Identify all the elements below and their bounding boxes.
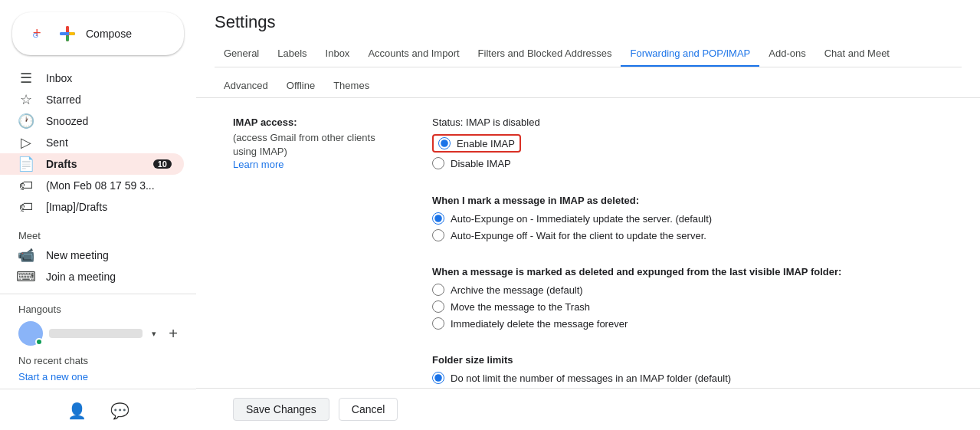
tab-labels[interactable]: Labels [268, 41, 316, 67]
folder-size-label-spacer [233, 354, 402, 388]
send-icon: ▷ [18, 135, 34, 150]
dropdown-arrow-icon[interactable]: ▾ [152, 329, 156, 339]
disable-imap-label: Disable IMAP [451, 158, 511, 169]
snoozed-label: Snoozed [46, 115, 172, 127]
imap-radio-group: Enable IMAP Disable IMAP [432, 134, 943, 169]
deleted-radio-group: Auto-Expunge on - Immediately update the… [432, 212, 943, 241]
sidebar-item-inbox[interactable]: ☰ Inbox [0, 67, 184, 89]
disable-imap-radio[interactable] [432, 157, 444, 169]
drafts-label: Drafts [46, 158, 141, 170]
enable-imap-label: Enable IMAP [457, 138, 515, 149]
archive-radio[interactable] [432, 284, 444, 296]
tab-forwarding[interactable]: Forwarding and POP/IMAP [621, 41, 759, 67]
no-limit-option[interactable]: Do not limit the number of messages in a… [432, 372, 943, 384]
sidebar-item-snoozed[interactable]: 🕐 Snoozed [0, 110, 184, 132]
deleted-section: When I mark a message in IMAP as deleted… [233, 195, 943, 241]
add-hangout-button[interactable]: + [162, 323, 184, 344]
sub-tab-offline[interactable]: Offline [277, 74, 324, 97]
sidebar-item-starred[interactable]: ☆ Starred [0, 89, 184, 110]
folder-size-control: Folder size limits Do not limit the numb… [432, 354, 943, 388]
sidebar-item-mon-feb[interactable]: 🏷 (Mon Feb 08 17 59 3... [0, 175, 184, 196]
hangouts-user-row: ▾ + [0, 318, 196, 349]
settings-content: IMAP access: (access Gmail from other cl… [196, 98, 980, 388]
sidebar-item-drafts[interactable]: 📄 Drafts 10 [0, 153, 184, 175]
tab-general[interactable]: General [215, 41, 268, 67]
svg-text:G: G [33, 31, 38, 39]
sidebar: + G Compose ☰ Inbox ☆ Starred 🕐 Snoozed … [0, 0, 196, 430]
folder-size-title: Folder size limits [432, 354, 943, 366]
start-new-chat-link[interactable]: Start a new one [0, 369, 196, 386]
svg-rect-5 [69, 32, 75, 35]
sidebar-item-imap-drafts[interactable]: 🏷 [Imap]/Drafts [0, 196, 184, 218]
no-limit-radio[interactable] [432, 372, 444, 384]
hangouts-username [49, 329, 143, 338]
tab-filters[interactable]: Filters and Blocked Addresses [469, 41, 621, 67]
sidebar-item-sent[interactable]: ▷ Sent [0, 132, 184, 153]
new-meeting-label: New meeting [46, 249, 109, 261]
inbox-icon: ☰ [18, 71, 34, 86]
expunged-radio-group: Archive the message (default) Move the m… [432, 284, 943, 330]
keyboard-icon: ⌨ [18, 269, 34, 284]
settings-footer: Save Changes Cancel [196, 388, 980, 430]
folder-size-radio-group: Do not limit the number of messages in a… [432, 372, 943, 388]
imap-status: Status: IMAP is disabled [432, 117, 943, 128]
compose-button[interactable]: + G Compose [12, 12, 184, 55]
delete-forever-option[interactable]: Immediately delete the message forever [432, 317, 943, 330]
tab-accounts[interactable]: Accounts and Import [359, 41, 468, 67]
expunged-control: When a message is marked as deleted and … [432, 266, 943, 330]
trash-label: Move the message to the Trash [451, 301, 590, 313]
hangouts-title: Hangouts [0, 300, 196, 318]
sidebar-item-new-meeting[interactable]: 📹 New meeting [0, 245, 196, 266]
google-icon [58, 25, 77, 43]
enable-imap-radio[interactable] [438, 137, 451, 149]
expunged-label-spacer [233, 266, 402, 330]
archive-label: Archive the message (default) [451, 284, 583, 296]
deleted-control: When I mark a message in IMAP as deleted… [432, 195, 943, 241]
archive-option[interactable]: Archive the message (default) [432, 284, 943, 296]
svg-rect-6 [66, 35, 69, 41]
people-icon[interactable]: 👤 [61, 396, 92, 426]
imap-drafts-label: [Imap]/Drafts [46, 201, 172, 213]
drafts-badge: 10 [153, 159, 172, 169]
imap-access-section: IMAP access: (access Gmail from other cl… [233, 117, 943, 170]
cancel-button[interactable]: Cancel [339, 398, 398, 421]
avatar [18, 321, 43, 346]
page-title: Settings [215, 12, 962, 32]
label-icon-1: 🏷 [18, 178, 34, 193]
trash-radio[interactable] [432, 300, 444, 313]
sidebar-bottom-icons: 👤 💬 [0, 389, 196, 430]
enable-imap-option[interactable]: Enable IMAP [432, 134, 943, 153]
auto-expunge-off-radio[interactable] [432, 229, 444, 241]
folder-size-section: Folder size limits Do not limit the numb… [233, 354, 943, 388]
chat-icon[interactable]: 💬 [104, 396, 135, 426]
starred-label: Starred [46, 94, 172, 106]
tab-inbox[interactable]: Inbox [316, 41, 359, 67]
imap-label-desc: (access Gmail from other clients using I… [233, 131, 402, 159]
imap-label-title: IMAP access: [233, 117, 402, 128]
sent-label: Sent [46, 136, 172, 149]
snooze-icon: 🕐 [18, 113, 34, 129]
tab-addons[interactable]: Add-ons [759, 41, 814, 67]
save-changes-button[interactable]: Save Changes [233, 398, 329, 421]
delete-forever-radio[interactable] [432, 317, 444, 330]
sub-tab-advanced[interactable]: Advanced [215, 74, 277, 97]
meet-section-title: Meet [0, 224, 196, 245]
svg-rect-4 [66, 26, 69, 32]
auto-expunge-on-option[interactable]: Auto-Expunge on - Immediately update the… [432, 212, 943, 225]
auto-expunge-on-radio[interactable] [432, 212, 444, 225]
disable-imap-option[interactable]: Disable IMAP [432, 157, 943, 169]
online-status [35, 338, 43, 346]
auto-expunge-off-option[interactable]: Auto-Expunge off - Wait for the client t… [432, 229, 943, 241]
mon-feb-label: (Mon Feb 08 17 59 3... [46, 179, 172, 192]
learn-more-link[interactable]: Learn more [233, 159, 402, 170]
video-icon: 📹 [18, 248, 34, 263]
sidebar-item-join-meeting[interactable]: ⌨ Join a meeting [0, 266, 196, 287]
sub-tab-themes[interactable]: Themes [324, 74, 379, 97]
compose-plus-icon: + G [31, 25, 49, 43]
enable-imap-highlighted: Enable IMAP [432, 134, 521, 153]
tab-chat[interactable]: Chat and Meet [815, 41, 899, 67]
expunged-section-title: When a message is marked as deleted and … [432, 266, 943, 277]
deleted-label-spacer [233, 195, 402, 241]
trash-option[interactable]: Move the message to the Trash [432, 300, 943, 313]
settings-tabs: General Labels Inbox Accounts and Import… [215, 41, 962, 67]
